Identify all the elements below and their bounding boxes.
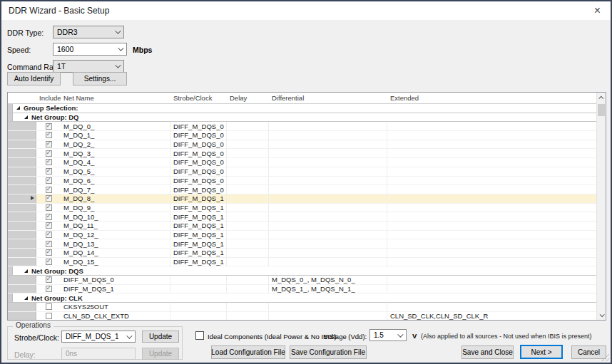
include-checkbox[interactable]: ✓: [46, 195, 52, 202]
table-row[interactable]: ✓M_DQ_2_DIFF_M_DQS_0: [8, 140, 596, 150]
scroll-up-icon[interactable]: [597, 93, 606, 103]
include-checkbox[interactable]: ✓: [46, 159, 52, 165]
include-checkbox[interactable]: ✓: [46, 132, 52, 138]
group-row[interactable]: Net Group: DQS: [8, 266, 596, 276]
table-row[interactable]: ✓M_DQ_15_DIFF_M_DQS_1: [8, 258, 596, 267]
column-header[interactable]: Include: [36, 94, 61, 102]
table-row[interactable]: ✓M_DQ_10_DIFF_M_DQS_1: [8, 212, 596, 222]
table-row[interactable]: ✓M_DQ_14_DIFF_M_DQS_1: [8, 249, 596, 258]
column-header[interactable]: Delay: [227, 94, 269, 102]
extended-cell: [387, 249, 596, 257]
ideal-components-checkbox[interactable]: [195, 331, 204, 340]
extended-cell: [387, 149, 596, 157]
include-checkbox[interactable]: ✓: [46, 276, 52, 283]
column-header[interactable]: Differential: [269, 94, 387, 102]
table-row[interactable]: ✓M_DQ_0_DIFF_M_DQS_0: [8, 122, 596, 131]
extended-cell: [387, 122, 596, 130]
include-checkbox[interactable]: ✓: [46, 123, 52, 130]
table-row[interactable]: ✓M_DQ_1_DIFF_M_DQS_0: [8, 131, 596, 140]
group-row[interactable]: Net Group: DQ: [8, 113, 596, 123]
include-checkbox[interactable]: ✓: [46, 259, 52, 265]
row-gutter: [8, 266, 13, 275]
differential-cell: [269, 131, 387, 140]
delay-cell: [227, 122, 269, 130]
strobe-clock-cell: DIFF_M_DQS_0: [170, 167, 227, 176]
net-name-cell: M_DQ_13_: [61, 239, 170, 248]
include-checkbox[interactable]: ✓: [46, 232, 52, 238]
include-checkbox[interactable]: ✓: [46, 214, 52, 220]
scrollbar-thumb[interactable]: [598, 104, 605, 116]
strobe-clock-cell: DIFF_M_DQS_0: [170, 177, 227, 185]
table-row[interactable]: ✓M_DQ_12_DIFF_M_DQS_1: [8, 231, 596, 240]
cancel-button[interactable]: Cancel: [571, 345, 606, 359]
save-and-close-button[interactable]: Save and Close: [461, 345, 514, 359]
column-header[interactable]: Net Name: [61, 94, 170, 102]
delay-input[interactable]: 0ns: [61, 348, 136, 360]
save-configuration-button[interactable]: Save Configuration File: [290, 345, 367, 359]
include-checkbox[interactable]: ✓: [46, 204, 52, 211]
expander-icon[interactable]: [24, 296, 28, 300]
auto-identify-button[interactable]: Auto Identify: [7, 72, 61, 85]
include-cell: ✓: [36, 249, 61, 257]
group-row[interactable]: Net Group: CLK: [8, 293, 596, 303]
next-button[interactable]: Next >: [520, 345, 563, 359]
column-header[interactable]: Strobe/Clock: [170, 94, 227, 102]
group-row[interactable]: Group Selection:: [8, 104, 596, 113]
include-checkbox[interactable]: [46, 303, 52, 310]
ddr-type-select[interactable]: DDR3: [53, 26, 124, 38]
strobe-clock-cell: [170, 312, 227, 320]
include-checkbox[interactable]: [46, 313, 52, 319]
table-row[interactable]: ✓M_DQ_11_DIFF_M_DQS_1: [8, 222, 596, 231]
include-checkbox[interactable]: ✓: [46, 168, 52, 175]
table-row[interactable]: ✓M_DQ_6_DIFF_M_DQS_0: [8, 177, 596, 186]
voltage-select[interactable]: 1.5: [369, 329, 407, 341]
include-cell: ✓: [36, 185, 61, 194]
differential-cell: [269, 122, 387, 130]
include-checkbox[interactable]: ✓: [46, 249, 52, 256]
expander-icon[interactable]: [16, 106, 20, 110]
speed-select[interactable]: 1600: [53, 43, 127, 56]
check-icon: ✓: [46, 213, 52, 219]
check-icon: ✓: [46, 204, 52, 210]
include-checkbox[interactable]: ✓: [46, 150, 52, 157]
table-row[interactable]: ✓DIFF_M_DQS_1M_DQS_1_, M_DQS_N_1_: [8, 285, 596, 294]
vertical-scrollbar[interactable]: [596, 93, 606, 320]
load-configuration-button[interactable]: Load Configuration File: [211, 345, 285, 359]
strobe-clock-cell: DIFF_M_DQS_1: [170, 222, 227, 230]
settings-button[interactable]: Settings...: [73, 72, 127, 85]
include-checkbox[interactable]: ✓: [46, 286, 52, 292]
close-icon[interactable]: ×: [591, 5, 603, 16]
update-delay-button[interactable]: Update: [142, 348, 179, 360]
differential-cell: [269, 212, 387, 221]
table-row[interactable]: ✓M_DQ_9_DIFF_M_DQS_1: [8, 204, 596, 213]
scroll-down-icon[interactable]: [597, 310, 606, 320]
delay-cell: [227, 276, 269, 284]
speed-value: 1600: [57, 45, 73, 53]
strobe-clock-select[interactable]: DIFF_M_DQS_1: [61, 331, 136, 343]
include-checkbox[interactable]: ✓: [46, 187, 52, 193]
table-row[interactable]: ✓DIFF_M_DQS_0M_DQS_0_, M_DQS_N_0_: [8, 276, 596, 285]
net-name-cell: CLN_SD_CLK_EXTD: [61, 312, 170, 320]
table-row[interactable]: ✓M_DQ_7_DIFF_M_DQS_0: [8, 185, 596, 194]
table-row[interactable]: ✓M_DQ_4_DIFF_M_DQS_0: [8, 158, 596, 167]
table-row[interactable]: ✓M_DQ_8_DIFF_M_DQS_1: [8, 194, 596, 204]
include-checkbox[interactable]: ✓: [46, 241, 52, 247]
differential-cell: [269, 222, 387, 230]
expander-icon[interactable]: [24, 115, 28, 119]
ddr-wizard-dialog: DDR Wizard - Basic Setup × DDR Type: DDR…: [0, 0, 612, 364]
include-checkbox[interactable]: ✓: [46, 177, 52, 184]
table-row[interactable]: ✓M_DQ_13_DIFF_M_DQS_1: [8, 239, 596, 249]
column-header[interactable]: Extended: [387, 94, 596, 102]
expander-icon[interactable]: [24, 269, 28, 273]
table-row[interactable]: ✓M_DQ_5_DIFF_M_DQS_0: [8, 167, 596, 177]
command-rate-select[interactable]: 1T: [53, 60, 124, 73]
row-gutter: [8, 258, 36, 266]
include-checkbox[interactable]: ✓: [46, 222, 52, 229]
extended-cell: [387, 303, 596, 311]
table-row[interactable]: ✓M_DQ_3_DIFF_M_DQS_0: [8, 149, 596, 158]
include-cell: [36, 303, 61, 311]
update-strobe-button[interactable]: Update: [142, 331, 179, 343]
table-row[interactable]: CLN_SD_CLK_EXTDCLN_SD_CLK,CLN_SD_CLK_R: [8, 312, 596, 320]
include-checkbox[interactable]: ✓: [46, 141, 52, 147]
table-row[interactable]: CKSYS25OUT: [8, 303, 596, 312]
